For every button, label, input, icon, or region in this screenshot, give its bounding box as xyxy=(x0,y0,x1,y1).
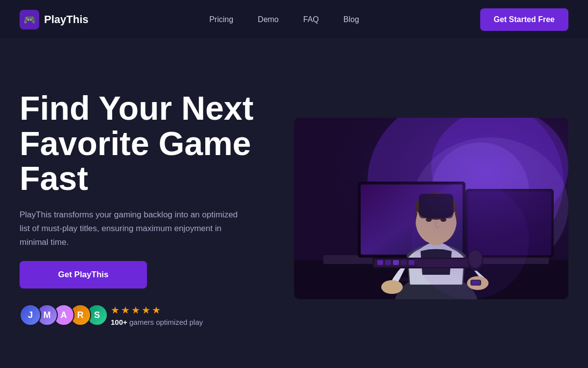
hero-image-bg xyxy=(294,118,568,299)
avatar: J xyxy=(20,304,41,326)
logo-icon: 🎮 xyxy=(20,10,39,29)
proof-text: 100+ gamers optimized play xyxy=(111,318,203,326)
get-started-button[interactable]: Get Started Free xyxy=(480,8,568,31)
star-5: ★ xyxy=(152,304,161,316)
nav-link-blog[interactable]: Blog xyxy=(343,15,359,24)
avatar-group: J M A R S xyxy=(20,304,103,326)
star-3: ★ xyxy=(131,304,140,316)
hero-cta-button[interactable]: Get PlayThis xyxy=(20,261,147,289)
logo-text: PlayThis xyxy=(44,13,88,26)
hero-content: Find Your Next Favorite Game Fast PlayTh… xyxy=(20,91,265,326)
hero-section: Find Your Next Favorite Game Fast PlayTh… xyxy=(0,39,588,368)
star-rating: ★ ★ ★ ★ ★ xyxy=(111,304,203,316)
nav-links: Pricing Demo FAQ Blog xyxy=(209,15,359,24)
hero-title: Find Your Next Favorite Game Fast xyxy=(20,91,265,196)
navigation: 🎮 PlayThis Pricing Demo FAQ Blog Get Sta… xyxy=(0,0,588,39)
star-2: ★ xyxy=(121,304,130,316)
nav-link-faq[interactable]: FAQ xyxy=(303,15,319,24)
hero-image xyxy=(294,118,568,299)
gaming-scene-svg xyxy=(294,118,568,299)
social-proof: J M A R S ★ ★ ★ ★ ★ 100+ gamers optimize… xyxy=(20,304,265,326)
hero-description: PlayThis transforms your gaming backlog … xyxy=(20,208,245,249)
logo[interactable]: 🎮 PlayThis xyxy=(20,10,88,29)
svg-rect-36 xyxy=(294,118,568,299)
star-4: ★ xyxy=(142,304,150,316)
nav-link-demo[interactable]: Demo xyxy=(258,15,279,24)
star-1: ★ xyxy=(111,304,120,316)
nav-link-pricing[interactable]: Pricing xyxy=(209,15,233,24)
proof-info: ★ ★ ★ ★ ★ 100+ gamers optimized play xyxy=(111,304,203,326)
